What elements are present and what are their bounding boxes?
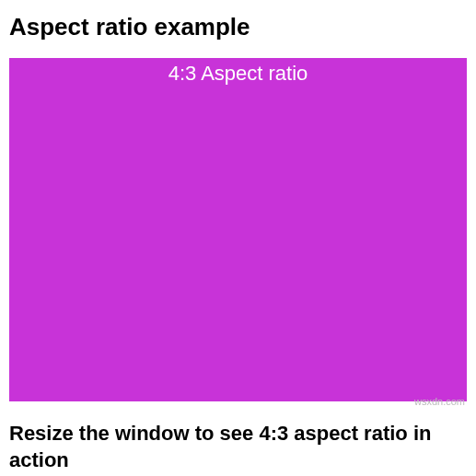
caption-text: Resize the window to see 4:3 aspect rati…: [9, 420, 451, 474]
aspect-ratio-box: 4:3 Aspect ratio: [9, 58, 467, 401]
page-title: Aspect ratio example: [9, 13, 467, 41]
aspect-ratio-label: 4:3 Aspect ratio: [9, 62, 467, 86]
watermark-text: wsxdn.com: [414, 396, 465, 407]
